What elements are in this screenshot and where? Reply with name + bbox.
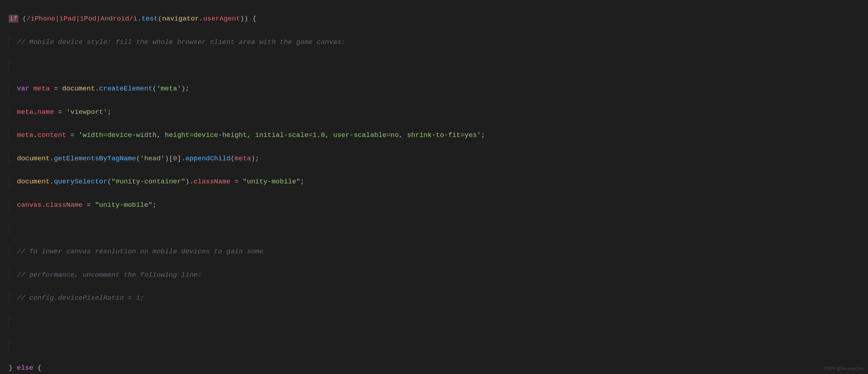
fn-querySelector: querySelector	[54, 178, 107, 186]
string-literal: "unity-mobile"	[243, 178, 300, 186]
code-line[interactable]: } else {	[9, 362, 868, 374]
string-literal: 'head'	[140, 155, 165, 162]
regex-literal: /iPhone|iPad|iPod|Android/i	[27, 15, 138, 23]
comment: // Mobile device style: fill the whole b…	[17, 38, 345, 46]
fn-createElement: createElement	[99, 85, 152, 93]
keyword-else: else	[17, 364, 33, 372]
keyword-var: var	[17, 85, 29, 93]
document: document	[17, 155, 50, 162]
prop-content: content	[37, 131, 66, 139]
string-literal: 'width=device-width, height=device-heigh…	[79, 131, 481, 139]
string-literal: "#unity-container"	[111, 178, 185, 186]
document: document	[62, 85, 95, 93]
keyword-if: if	[9, 15, 18, 23]
string-literal: 'viewport'	[66, 108, 107, 116]
prop-name: name	[37, 108, 54, 116]
code-line[interactable]: // To lower canvas resolution on mobile …	[9, 246, 868, 257]
fn-test: test	[142, 15, 158, 23]
number-literal: 0	[173, 155, 177, 162]
code-line[interactable]: // Mobile device style: fill the whole b…	[9, 36, 868, 48]
code-line[interactable]: if (/iPhone|iPad|iPod|Android/i.test(nav…	[9, 13, 868, 25]
code-line[interactable]: document.querySelector("#unity-container…	[9, 176, 868, 187]
code-line-empty[interactable]	[9, 59, 868, 71]
string-literal: 'meta'	[157, 85, 181, 93]
var-meta: meta	[33, 85, 50, 93]
comment: // performance, uncomment the following …	[17, 271, 202, 279]
code-line[interactable]: var meta = document.createElement('meta'…	[9, 83, 868, 94]
code-line-empty[interactable]	[9, 316, 868, 327]
code-line-empty[interactable]	[9, 223, 868, 234]
brace-close: }	[9, 364, 13, 372]
watermark: CSDN @DaLiangChen	[824, 365, 864, 372]
var-meta: meta	[17, 131, 33, 139]
comment: // config.devicePixelRatio = 1;	[17, 294, 144, 302]
document: document	[17, 178, 50, 186]
code-line[interactable]: meta.name = 'viewport';	[9, 106, 868, 118]
code-line-empty[interactable]	[9, 339, 868, 351]
code-line[interactable]: document.getElementsByTagName('head')[0]…	[9, 153, 868, 164]
prop-className: className	[46, 201, 83, 209]
code-line[interactable]: // config.devicePixelRatio = 1;	[9, 292, 868, 304]
var-meta: meta	[17, 108, 33, 116]
fn-appendChild: appendChild	[185, 155, 231, 162]
fn-getElementsByTagName: getElementsByTagName	[54, 155, 136, 162]
code-line[interactable]: // performance, uncomment the following …	[9, 269, 868, 281]
code-line[interactable]: canvas.className = "unity-mobile";	[9, 199, 868, 211]
code-editor[interactable]: if (/iPhone|iPad|iPod|Android/i.test(nav…	[0, 0, 868, 374]
var-meta: meta	[234, 155, 251, 162]
userAgent: userAgent	[203, 15, 240, 23]
navigator: navigator	[162, 15, 199, 23]
string-literal: "unity-mobile"	[95, 201, 153, 209]
code-line[interactable]: meta.content = 'width=device-width, heig…	[9, 129, 868, 141]
comment: // To lower canvas resolution on mobile …	[17, 248, 263, 255]
prop-className: className	[193, 178, 231, 186]
var-canvas: canvas	[17, 201, 41, 209]
